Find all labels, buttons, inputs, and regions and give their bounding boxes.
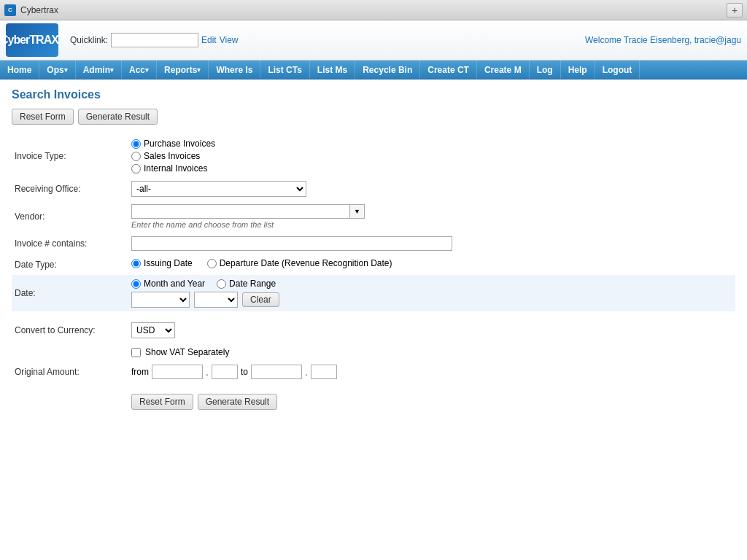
nav-recycle-bin[interactable]: Recycle Bin [355, 61, 420, 79]
date-type-departure-radio[interactable] [207, 259, 217, 268]
navigation-bar: Home Ops Admin Acc Reports Where Is List… [0, 61, 747, 79]
nav-create-m[interactable]: Create M [477, 61, 530, 79]
date-type-label: Date Type: [12, 254, 128, 275]
nav-acc[interactable]: Acc [122, 61, 157, 79]
welcome-message: Welcome Tracie Eisenberg, tracie@jagu [585, 35, 741, 45]
date-type-issuing-label: Issuing Date [144, 258, 193, 268]
nav-create-ct[interactable]: Create CT [420, 61, 477, 79]
amount-from-input[interactable] [152, 365, 203, 379]
invoice-num-cell [128, 233, 735, 254]
cybertrax-logo: CyberTRAX2.0 [6, 23, 58, 57]
vendor-label: Vendor: [12, 201, 128, 233]
date-row: Date: Month and Year Date Range [12, 275, 735, 311]
date-month-year-radio[interactable] [131, 279, 141, 289]
invoice-type-row: Invoice Type: Purchase Invoices Sales In… [12, 135, 735, 177]
vat-cell: Show VAT Separately [128, 342, 735, 361]
amount-to-dec-input[interactable] [311, 365, 337, 379]
currency-cell: USD EUR GBP [128, 319, 735, 342]
date-type-issuing-radio[interactable] [131, 259, 141, 268]
nav-list-cts[interactable]: List CTs [260, 61, 309, 79]
clear-date-button[interactable]: Clear [242, 292, 279, 307]
invoice-num-row: Invoice # contains: [12, 233, 735, 254]
vat-option: Show VAT Separately [131, 347, 732, 357]
vendor-dropdown-button[interactable]: ▼ [350, 204, 365, 219]
date-sub-options: Month and Year Date Range [131, 279, 732, 289]
title-bar: C Cybertrax + [0, 0, 747, 20]
nav-admin[interactable]: Admin [76, 61, 122, 79]
currency-row: Convert to Currency: USD EUR GBP [12, 319, 735, 342]
currency-wrap: USD EUR GBP [131, 322, 732, 338]
nav-reports[interactable]: Reports [157, 61, 209, 79]
date-type-options: Issuing Date Departure Date (Revenue Rec… [131, 258, 732, 268]
amount-from-label: from [131, 367, 149, 377]
year-select[interactable]: 2020 2021 2022 2023 2024 [194, 292, 238, 308]
invoice-type-purchase-radio[interactable] [131, 139, 141, 149]
invoice-type-internal[interactable]: Internal Invoices [131, 163, 732, 174]
vendor-row: Vendor: ▼ Enter the name and choose from… [12, 201, 735, 233]
amount-to-input[interactable] [251, 365, 302, 379]
quicklink-view-link[interactable]: View [220, 35, 239, 45]
bottom-buttons-cell: Reset Form Generate Result [128, 390, 735, 413]
quicklink-input[interactable] [111, 33, 198, 47]
spacer-row [12, 311, 735, 319]
reset-form-button-top[interactable]: Reset Form [12, 109, 74, 125]
invoice-type-sales-label: Sales Invoices [144, 151, 200, 161]
date-cell: Month and Year Date Range January [128, 275, 735, 311]
nav-where-is[interactable]: Where Is [209, 61, 260, 79]
invoice-type-purchase[interactable]: Purchase Invoices [131, 139, 732, 149]
invoice-num-input[interactable] [131, 236, 452, 251]
new-tab-button[interactable]: + [727, 3, 743, 18]
date-type-row: Date Type: Issuing Date Departure Date (… [12, 254, 735, 275]
nav-logout[interactable]: Logout [595, 61, 640, 79]
amount-to-dec-sep: . [305, 366, 308, 378]
reset-form-button-bottom[interactable]: Reset Form [131, 394, 193, 410]
date-type-departure[interactable]: Departure Date (Revenue Recognition Date… [207, 258, 392, 268]
month-select[interactable]: January February March April May June Ju… [131, 292, 190, 308]
vendor-input-wrap: ▼ [131, 204, 365, 219]
top-button-row: Reset Form Generate Result [12, 109, 735, 125]
main-content: Search Invoices Reset Form Generate Resu… [0, 79, 747, 422]
generate-result-button-top[interactable]: Generate Result [78, 109, 158, 125]
date-range[interactable]: Date Range [217, 279, 276, 289]
amount-inputs: from . to . [131, 365, 732, 379]
app-title: Cybertrax [20, 5, 58, 15]
date-month-year[interactable]: Month and Year [131, 279, 205, 289]
title-bar-left: C Cybertrax [4, 4, 58, 16]
receiving-office-select[interactable]: -all- [131, 181, 306, 197]
vat-row: Show VAT Separately [12, 342, 735, 361]
date-type-departure-label: Departure Date (Revenue Recognition Date… [220, 258, 392, 268]
currency-select[interactable]: USD EUR GBP [131, 322, 175, 338]
receiving-office-label: Receiving Office: [12, 177, 128, 201]
invoice-type-sales-radio[interactable] [131, 152, 141, 161]
amount-from-dec-input[interactable] [212, 365, 238, 379]
invoice-type-sales[interactable]: Sales Invoices [131, 151, 732, 161]
date-range-label: Date Range [229, 279, 276, 289]
invoice-type-label: Invoice Type: [12, 135, 128, 177]
nav-help[interactable]: Help [561, 61, 595, 79]
invoice-type-group: Purchase Invoices Sales Invoices Interna… [131, 139, 732, 174]
receiving-office-cell: -all- [128, 177, 735, 201]
nav-ops[interactable]: Ops [39, 61, 75, 79]
page-title: Search Invoices [12, 88, 735, 101]
amount-from-dec-sep: . [206, 366, 209, 378]
nav-log[interactable]: Log [530, 61, 561, 79]
quicklink-edit-link[interactable]: Edit [201, 35, 217, 45]
nav-home[interactable]: Home [0, 61, 39, 79]
original-amount-cell: from . to . [128, 361, 735, 383]
vat-checkbox[interactable] [131, 348, 141, 357]
bottom-buttons: Reset Form Generate Result [131, 394, 732, 410]
nav-list-ms[interactable]: List Ms [310, 61, 355, 79]
invoice-type-inputs: Purchase Invoices Sales Invoices Interna… [128, 135, 735, 177]
vendor-input[interactable] [131, 204, 350, 219]
logo-text: CyberTRAX2.0 [0, 34, 64, 47]
date-type-issuing[interactable]: Issuing Date [131, 258, 193, 268]
date-range-radio[interactable] [217, 279, 226, 289]
vendor-cell: ▼ Enter the name and choose from the lis… [128, 201, 735, 233]
generate-result-button-bottom[interactable]: Generate Result [198, 394, 277, 410]
invoice-type-internal-label: Internal Invoices [144, 163, 207, 174]
vat-label: Show VAT Separately [145, 347, 229, 357]
vendor-hint: Enter the name and choose from the list [131, 220, 732, 229]
date-options: Month and Year Date Range January [131, 279, 732, 308]
date-inputs: January February March April May June Ju… [131, 292, 732, 308]
invoice-type-internal-radio[interactable] [131, 164, 141, 174]
